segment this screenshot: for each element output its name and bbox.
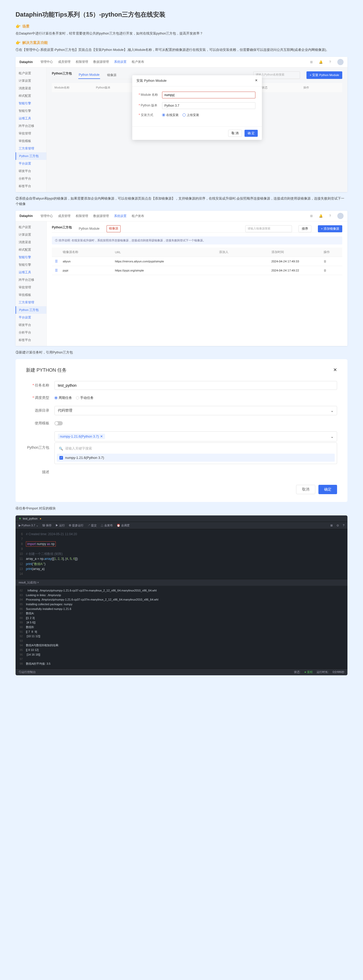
col-head: URL xyxy=(115,251,219,254)
package-select[interactable]: numpy-1.21.6(Python 3.7) ✕ ⌄ xyxy=(54,431,337,441)
avatar[interactable] xyxy=(337,213,344,219)
module-name-input[interactable] xyxy=(162,92,255,99)
nav-item[interactable]: 系统设置 xyxy=(114,60,127,64)
sidebar-item-python[interactable]: Python 三方包 xyxy=(16,306,46,314)
avatar[interactable] xyxy=(337,59,344,65)
delete-icon[interactable]: 🗑 xyxy=(323,269,339,272)
sidebar-item-python[interactable]: Python 三方包 xyxy=(16,152,46,160)
nav-item[interactable]: 权限管理 xyxy=(76,214,88,218)
sidebar-item[interactable]: 租户设置 xyxy=(16,223,46,231)
python-version-select[interactable]: ▶ Python 3.7 ⌄ xyxy=(19,524,38,527)
radio-upload[interactable]: 上传安装 xyxy=(182,113,199,117)
code-line[interactable]: # Created time: 2024-05-21 11:04:20 xyxy=(26,532,347,537)
help-icon[interactable]: ? xyxy=(328,60,332,64)
param-run-button[interactable]: ⚙ 提参运行 xyxy=(69,523,84,527)
search-input[interactable]: 请输入镜像源搜索 xyxy=(245,225,292,232)
code-line[interactable]: # 创建一个二维数组 (矩阵) xyxy=(26,552,347,557)
template-toggle[interactable] xyxy=(54,421,63,425)
cancel-button[interactable]: 取消 xyxy=(296,485,315,494)
schedule-button[interactable]: ⏰ 去调度 xyxy=(117,523,130,527)
sidebar-item[interactable]: 审批模板 xyxy=(16,137,46,145)
grid-icon[interactable]: ⊞ xyxy=(309,60,314,64)
nav-item[interactable]: 成员管理 xyxy=(58,60,71,64)
nav-item[interactable]: 成员管理 xyxy=(58,214,71,218)
confirm-button[interactable]: 确定 xyxy=(319,485,337,494)
sidebar-item[interactable]: 消息渠道 xyxy=(16,84,46,92)
install-button[interactable]: + 安装 Python Module xyxy=(306,72,342,79)
sidebar-item[interactable]: 跨平台迁移 xyxy=(16,122,46,130)
sidebar-item[interactable]: 标签平台 xyxy=(16,336,46,344)
radio-manual[interactable]: 手动任务 xyxy=(76,396,94,400)
sort-button[interactable]: 排序 xyxy=(298,225,311,232)
file-tab[interactable]: test_python xyxy=(23,517,38,520)
help-icon[interactable]: ? xyxy=(328,214,332,218)
dropdown-search[interactable]: 🔍 请输入关键字搜索 xyxy=(57,445,335,452)
code-line[interactable]: print("数组A:") xyxy=(26,562,347,566)
save-button[interactable]: 🖫 保存 xyxy=(42,523,52,527)
sidebar-item[interactable]: 研发平台 xyxy=(16,167,46,175)
sidebar-item[interactable]: 消息渠道 xyxy=(16,239,46,246)
nav-item[interactable]: 数据源管理 xyxy=(94,214,109,218)
dir-select[interactable]: 代码管理 ⌄ xyxy=(54,406,337,415)
code-line[interactable]: print(array_a) xyxy=(26,566,347,571)
version-select[interactable]: Python 3.7 xyxy=(162,102,255,109)
cancel-button[interactable]: 取 消 xyxy=(228,130,242,137)
nav-item[interactable]: 系统设置 xyxy=(114,214,127,218)
sidebar-item[interactable]: 审批模板 xyxy=(16,291,46,299)
package-tag[interactable]: numpy-1.21.6(Python 3.7) ✕ xyxy=(58,434,105,439)
code-line[interactable]: array_a = np.array([[1, 2, 3], [4, 5, 6]… xyxy=(26,557,347,562)
code-line[interactable] xyxy=(26,547,347,552)
field-label: 安装方式 xyxy=(141,113,153,117)
submit-button[interactable]: ↗ 提交 xyxy=(87,523,97,527)
output-line: 数组A与数组B相加的结果: xyxy=(26,643,347,648)
grid-icon[interactable]: ⊞ xyxy=(309,214,314,218)
toolbar-icon[interactable]: ⊞ xyxy=(330,524,333,527)
form-title: 新建 PYTHON 任务 xyxy=(26,367,67,373)
toolbar-icon[interactable]: ? xyxy=(343,524,344,527)
close-icon[interactable]: ✕ xyxy=(255,78,258,83)
sidebar-item[interactable]: 跨平台迁移 xyxy=(16,276,46,284)
sidebar-item[interactable]: 计算设置 xyxy=(16,231,46,239)
sidebar-item[interactable]: 分析平台 xyxy=(16,329,46,336)
nav-item[interactable]: 权限管理 xyxy=(76,60,88,64)
sidebar-item[interactable]: 计算设置 xyxy=(16,77,46,84)
bell-icon[interactable]: 🔔 xyxy=(319,214,323,218)
tab-module[interactable]: Python Module xyxy=(78,72,100,79)
sidebar-item[interactable]: 审批管理 xyxy=(16,284,46,291)
radio-online[interactable]: 在线安装 xyxy=(162,113,179,117)
tab-mirror[interactable]: 镜像源 xyxy=(106,72,117,79)
dropdown-option[interactable]: ✓ numpy-1.21.6(Python 3.7) xyxy=(57,453,335,462)
code-line[interactable] xyxy=(26,537,347,542)
code-line[interactable]: import numpy as np xyxy=(26,542,347,547)
sidebar-item[interactable]: 样式配置 xyxy=(16,92,46,100)
run-button[interactable]: ▶ 运行 xyxy=(55,523,65,527)
bell-icon[interactable]: 🔔 xyxy=(319,60,323,64)
sidebar-item[interactable]: 分析平台 xyxy=(16,175,46,183)
output-line: Processing ./tmp/unzip/numpy-1.21.6-cp37… xyxy=(26,597,347,602)
ok-button[interactable]: 确 定 xyxy=(244,130,258,137)
sidebar-item[interactable]: 研发平台 xyxy=(16,321,46,329)
tab-mirror[interactable]: 镜像源 xyxy=(106,225,120,232)
sidebar-item[interactable]: 标签平台 xyxy=(16,183,46,190)
code-line[interactable] xyxy=(26,571,347,576)
sidebar-item[interactable]: 样式配置 xyxy=(16,246,46,254)
nav-item[interactable]: 数据源管理 xyxy=(94,60,109,64)
nav-item[interactable]: 租户发布 xyxy=(132,214,144,218)
result-tab[interactable]: result_1(成功) × xyxy=(16,579,347,586)
tab-module[interactable]: Python Module xyxy=(78,225,100,232)
delete-icon[interactable]: 🗑 xyxy=(323,260,339,263)
add-mirror-button[interactable]: + 添加镜像源 xyxy=(318,225,342,232)
task-name-input[interactable] xyxy=(54,381,337,390)
sidebar-item[interactable]: 智能引擎 xyxy=(16,261,46,269)
cell: https://mirrors.aliyun.com/pypi/simple xyxy=(115,260,219,263)
radio-periodic[interactable]: 周期任务 xyxy=(54,396,72,400)
sidebar-item[interactable]: 智能引擎 xyxy=(16,107,46,115)
sidebar-item[interactable]: 租户设置 xyxy=(16,70,46,77)
close-icon[interactable]: ✕ xyxy=(333,367,337,373)
sidebar-item[interactable]: 审批管理 xyxy=(16,130,46,137)
publish-button[interactable]: △ 去发布 xyxy=(101,523,113,527)
nav-item[interactable]: 租户发布 xyxy=(132,60,144,64)
toolbar-icon[interactable]: ⊙ xyxy=(336,524,339,527)
info-banner: ① 排序说明: 在线安装或升级时，系统按照排序连接镜像源，连接成功则使用该镜像源… xyxy=(52,236,342,245)
console-label[interactable]: ◎运行控制台 xyxy=(19,670,36,674)
